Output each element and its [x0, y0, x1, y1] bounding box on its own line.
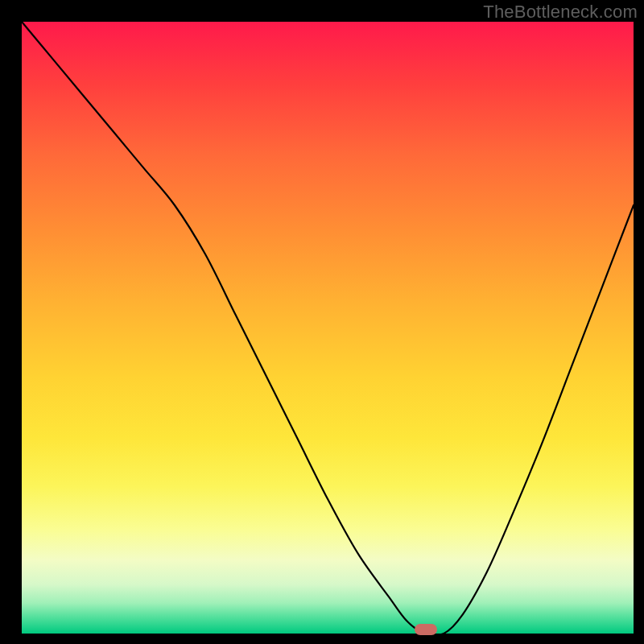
optimal-marker [415, 624, 437, 635]
bottleneck-curve [0, 0, 644, 644]
chart-frame: TheBottleneck.com [0, 0, 644, 644]
watermark-text: TheBottleneck.com [483, 2, 638, 23]
